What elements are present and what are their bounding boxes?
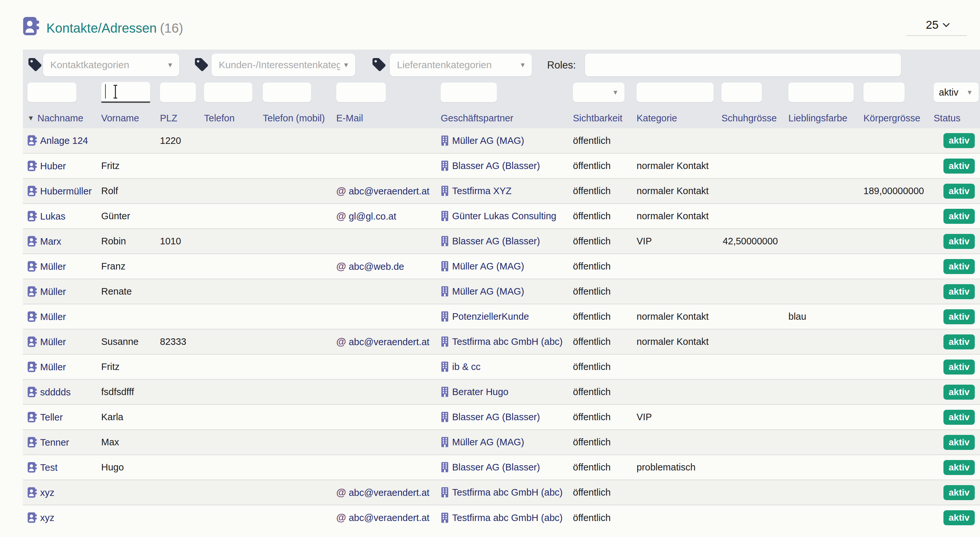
column-header-koerpergroesse[interactable]: Körpergrösse — [860, 104, 931, 128]
email-link[interactable]: abc@web.de — [348, 261, 404, 272]
geschaeftspartner-filter-input[interactable] — [441, 83, 497, 102]
partner-link[interactable]: Testfirma abc GmbH (abc) — [452, 336, 562, 347]
partner-link[interactable]: Berater Hugo — [452, 387, 509, 397]
cell-sichtbarkeit: öffentlich — [570, 304, 633, 329]
partner-link[interactable]: Testfirma abc GmbH (abc) — [452, 513, 562, 523]
column-header-nachname[interactable]: ▼Nachname — [23, 104, 98, 128]
roles-input[interactable] — [585, 54, 901, 76]
kunden-interessentenkategorien-select[interactable]: Kunden-/Interessentenkatego... ▼ — [212, 54, 355, 76]
partner-link[interactable]: ib & cc — [452, 361, 480, 372]
table-row[interactable]: xyz@abc@veraendert.atTestfirma abc GmbH … — [23, 480, 980, 505]
partner-link[interactable]: Müller AG (MAG) — [452, 261, 524, 272]
status-filter-select[interactable]: aktiv▼ — [934, 83, 979, 102]
column-header-kategorie[interactable]: Kategorie — [633, 104, 718, 128]
contact-link[interactable]: xyz — [40, 488, 54, 498]
cell-value: fsdfsdfff — [101, 387, 134, 397]
schuhgroesse-filter-input[interactable] — [721, 83, 762, 102]
table-row[interactable]: Anlage 1241220Müller AG (MAG)öffentlicha… — [23, 128, 980, 153]
contact-link[interactable]: xyz — [40, 513, 54, 523]
column-header-status[interactable]: Status — [931, 104, 980, 128]
partner-link[interactable]: Blasser AG (Blasser) — [452, 412, 540, 422]
table-row[interactable]: TellerKarlaBlasser AG (Blasser)öffentlic… — [23, 405, 980, 430]
contact-link[interactable]: Müller — [40, 286, 66, 297]
partner-link[interactable]: Blasser AG (Blasser) — [452, 160, 540, 171]
page-size-select[interactable]: 25 — [926, 18, 949, 31]
contact-link[interactable]: Huber — [40, 161, 66, 171]
contact-link[interactable]: Müller — [40, 261, 66, 272]
cell-telefon — [201, 329, 259, 354]
email-link[interactable]: abc@veraendert.at — [348, 488, 429, 498]
cell-value: normaler Kontakt — [636, 186, 709, 196]
telefon-filter-input[interactable] — [204, 83, 252, 102]
contact-link[interactable]: Lukas — [40, 211, 65, 221]
contact-link[interactable]: Test — [40, 462, 57, 473]
partner-link[interactable]: Testfirma XYZ — [452, 186, 512, 196]
contact-link[interactable]: Teller — [40, 412, 63, 423]
column-header-email[interactable]: E-Mail — [333, 104, 438, 128]
sichtbarkeit-filter-select[interactable]: ▼ — [573, 83, 625, 102]
cell-plz — [157, 153, 201, 178]
contact-link[interactable]: Marx — [40, 236, 61, 247]
contact-link[interactable]: Müller — [40, 337, 66, 347]
table-row[interactable]: HuberFritzBlasser AG (Blasser)öffentlich… — [23, 153, 980, 178]
email-link[interactable]: gl@gl.co.at — [348, 211, 396, 221]
column-header-lieblingsfarbe[interactable]: Lieblingsfarbe — [785, 104, 860, 128]
table-row[interactable]: xyz@abc@veraendert.atTestfirma abc GmbH … — [23, 505, 980, 530]
telefon_mobil-filter-input[interactable] — [263, 83, 311, 102]
contact-link[interactable]: Hubermüller — [40, 186, 92, 196]
cell-geschaeftspartner: Testfirma abc GmbH (abc) — [438, 329, 570, 354]
column-header-sichtbarkeit[interactable]: Sichtbarkeit — [570, 104, 633, 128]
cell-vorname — [98, 505, 157, 530]
table-row[interactable]: MüllerSusanne82333@abc@veraendert.atTest… — [23, 329, 980, 354]
kontaktkategorien-select[interactable]: Kontaktkategorien ▼ — [43, 54, 179, 76]
koerpergroesse-filter-input[interactable] — [864, 83, 905, 102]
partner-link[interactable]: Müller AG (MAG) — [452, 286, 524, 297]
column-header-geschaeftspartner[interactable]: Geschäftspartner — [438, 104, 570, 128]
contact-link[interactable]: sdddds — [40, 387, 71, 397]
status-badge: aktiv — [943, 334, 975, 350]
lieferantenkategorien-select[interactable]: Lieferantenkategorien ▼ — [390, 54, 532, 76]
vorname-filter-input[interactable] — [101, 82, 150, 103]
contact-link[interactable]: Müller — [40, 362, 66, 372]
plz-filter-input[interactable] — [160, 83, 196, 102]
partner-link[interactable]: Blasser AG (Blasser) — [452, 462, 540, 472]
table-row[interactable]: MüllerRenateMüller AG (MAG)öffentlichakt… — [23, 279, 980, 304]
partner-link[interactable]: Müller AG (MAG) — [452, 437, 524, 447]
contact-link[interactable]: Tenner — [40, 437, 69, 448]
table-row[interactable]: MüllerFritzib & ccöffentlichaktiv — [23, 354, 980, 380]
cell-value: öffentlich — [573, 286, 611, 297]
lieblingsfarbe-filter-input[interactable] — [788, 83, 854, 102]
kategorie-filter-input[interactable] — [636, 83, 714, 102]
email-link[interactable]: abc@veraendert.at — [348, 513, 429, 523]
table-row[interactable]: MarxRobin1010Blasser AG (Blasser)öffentl… — [23, 229, 980, 254]
table-row[interactable]: LukasGünter@gl@gl.co.atGünter Lukas Cons… — [23, 203, 980, 229]
record-count: (16) — [160, 21, 183, 35]
column-header-vorname[interactable]: Vorname — [98, 104, 157, 128]
partner-link[interactable]: Blasser AG (Blasser) — [452, 236, 540, 246]
email-link[interactable]: abc@veraendert.at — [348, 186, 429, 196]
cell-value: 1220 — [160, 135, 181, 146]
contact-link[interactable]: Anlage 124 — [40, 135, 88, 146]
cell-geschaeftspartner: Günter Lukas Consulting — [438, 203, 570, 229]
cell-kategorie — [633, 128, 718, 153]
partner-link[interactable]: Müller AG (MAG) — [452, 135, 524, 146]
column-header-schuhgroesse[interactable]: Schuhgrösse — [718, 104, 785, 128]
column-header-plz[interactable]: PLZ — [157, 104, 201, 128]
table-row[interactable]: MüllerFranz@abc@web.deMüller AG (MAG)öff… — [23, 254, 980, 279]
partner-link[interactable]: Testfirma abc GmbH (abc) — [452, 487, 562, 497]
partner-link[interactable]: Günter Lukas Consulting — [452, 211, 556, 221]
email-filter-input[interactable] — [336, 83, 386, 102]
email-link[interactable]: abc@veraendert.at — [348, 337, 429, 347]
table-row[interactable]: TennerMaxMüller AG (MAG)öffentlichaktiv — [23, 430, 980, 455]
column-header-telefon_mobil[interactable]: Telefon (mobil) — [259, 104, 333, 128]
cell-status: aktiv — [931, 505, 980, 530]
column-header-telefon[interactable]: Telefon — [201, 104, 259, 128]
contact-link[interactable]: Müller — [40, 311, 66, 322]
partner-link[interactable]: PotenziellerKunde — [452, 311, 529, 322]
caret-down-icon: ▼ — [966, 89, 973, 96]
nachname-filter-input[interactable] — [27, 83, 76, 102]
table-row[interactable]: HubermüllerRolf@abc@veraendert.atTestfir… — [23, 178, 980, 203]
table-row[interactable]: sddddsfsdfsdfffBerater Hugoöffentlichakt… — [23, 380, 980, 405]
table-row[interactable]: TestHugoBlasser AG (Blasser)öffentlichpr… — [23, 455, 980, 480]
table-row[interactable]: MüllerPotenziellerKundeöffentlichnormale… — [23, 304, 980, 329]
